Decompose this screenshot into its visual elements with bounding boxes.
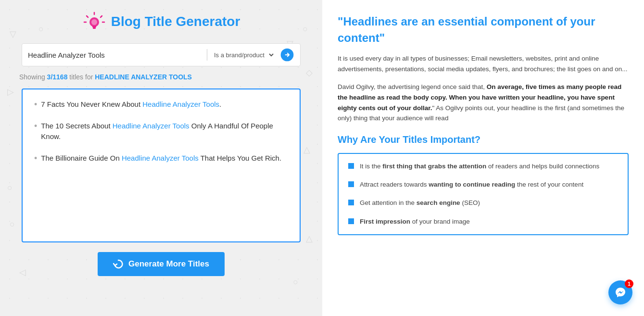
imp1-bold: first thing that grabs the attention [382, 163, 486, 170]
title-2-link[interactable]: Headline Analyzer Tools [113, 122, 189, 130]
results-keyword: HEADLINE ANALYZER TOOLS [95, 73, 192, 81]
main-quote-heading: "Headlines are an essential component of… [338, 13, 629, 46]
titles-for-label: titles for [69, 73, 93, 81]
imp3-bold: search engine [417, 199, 460, 206]
importance-text-3: Get attention in the search engine (SEO) [360, 198, 480, 208]
imp2-prefix: Attract readers towards [360, 181, 429, 188]
generate-more-button[interactable]: Generate More Titles [98, 252, 225, 276]
left-panel: ▽ ○ ▽ ○ ◇ ▷ ○ △ ◁ ○ △ ○ [0, 0, 322, 316]
logo-area: Blog Title Generator [82, 10, 240, 34]
chat-badge: 1 [625, 279, 633, 288]
svg-rect-2 [93, 27, 96, 29]
imp2-bold: wanting to continue reading [429, 181, 515, 188]
imp4-suffix: of your brand image [410, 218, 470, 225]
deco-diamond2: ◁ [19, 267, 26, 278]
deco-circle4: ○ [293, 277, 298, 287]
importance-item-4: First impression of your brand image [348, 217, 618, 227]
importance-bullet-3 [348, 200, 354, 205]
right-panel: "Headlines are an essential component of… [322, 0, 644, 316]
quote-prefix: David Ogilvy, the advertising legend onc… [338, 83, 487, 90]
imp4-bold: First impression [360, 218, 410, 225]
title-3-link[interactable]: Headline Analyzer Tools [122, 154, 199, 162]
search-input[interactable] [28, 51, 202, 59]
importance-item-2: Attract readers towards wanting to conti… [348, 180, 618, 190]
bullet-2: • [34, 122, 37, 130]
svg-point-8 [91, 19, 97, 25]
bullet-3: • [34, 154, 37, 163]
importance-item-1: It is the first thing that grabs the att… [348, 162, 618, 171]
deco-square: ▷ [7, 87, 14, 97]
generate-btn-label: Generate More Titles [128, 259, 209, 269]
title-item-1: • 7 Facts You Never Knew About Headline … [34, 99, 288, 110]
chat-bubble[interactable]: 1 [608, 280, 632, 304]
logo-title: Blog Title Generator [111, 14, 240, 29]
importance-item-3: Get attention in the search engine (SEO) [348, 198, 618, 208]
deco-circle: ○ [38, 24, 44, 34]
importance-bullet-2 [348, 181, 354, 187]
importance-text-2: Attract readers towards wanting to conti… [360, 180, 583, 190]
deco-triangle3: △ [306, 233, 313, 244]
importance-box: It is the first thing that grabs the att… [338, 153, 629, 235]
deco-triangle: ▽ [10, 29, 16, 39]
deco-triangle4: △ [303, 144, 310, 155]
title-text-2: The 10 Secrets About Headline Analyzer T… [41, 121, 288, 142]
showing-label: Showing [19, 73, 45, 81]
deco-circle2: ○ [303, 24, 308, 34]
title-1-prefix: 7 Facts You Never Knew About [41, 100, 142, 108]
svg-line-4 [101, 16, 102, 17]
title-1-link[interactable]: Headline Analyzer Tools [142, 100, 219, 108]
search-button[interactable] [280, 48, 294, 62]
deco-circle3: ○ [10, 219, 15, 229]
search-divider [207, 49, 207, 61]
title-3-suffix: That Helps You Get Rich. [199, 154, 281, 162]
deco-circle5: ○ [7, 183, 13, 193]
importance-text-1: It is the first thing that grabs the att… [360, 162, 599, 171]
imp1-suffix: of readers and helps build connections [486, 163, 599, 170]
results-count: 3/1168 [47, 73, 68, 81]
results-text: Showing 3/1168 titles for HEADLINE ANALY… [14, 73, 192, 81]
title-text-1: 7 Facts You Never Knew About Headline An… [41, 99, 288, 110]
imp3-suffix: (SEO) [460, 199, 480, 206]
importance-bullet-4 [348, 218, 354, 224]
svg-line-5 [87, 16, 88, 17]
category-select[interactable]: Is a brand/product Is a common noun Is a… [212, 51, 275, 59]
logo-icon [82, 10, 106, 34]
imp3-prefix: Get attention in the [360, 199, 417, 206]
intro-paragraph: It is used every day in all types of bus… [338, 53, 629, 74]
why-titles-heading: Why Are Your Titles Important? [338, 134, 629, 145]
imp2-suffix: the rest of your content [515, 181, 583, 188]
importance-bullet-1 [348, 163, 354, 169]
svg-rect-1 [92, 26, 96, 27]
refresh-icon [113, 259, 124, 269]
imp1-prefix: It is the [360, 163, 382, 170]
title-1-suffix: . [219, 100, 221, 108]
title-item-3: • The Billionaire Guide On Headline Anal… [34, 153, 288, 164]
titles-box: • 7 Facts You Never Knew About Headline … [22, 88, 301, 242]
quote-paragraph: David Ogilvy, the advertising legend onc… [338, 82, 629, 123]
title-3-prefix: The Billionaire Guide On [41, 154, 122, 162]
title-2-prefix: The 10 Secrets About [41, 122, 112, 130]
search-bar: Is a brand/product Is a common noun Is a… [22, 43, 301, 66]
importance-text-4: First impression of your brand image [360, 217, 470, 227]
title-text-3: The Billionaire Guide On Headline Analyz… [41, 153, 288, 164]
title-item-2: • The 10 Secrets About Headline Analyzer… [34, 121, 288, 142]
deco-diamond: ◇ [306, 67, 313, 78]
bullet-1: • [34, 100, 37, 109]
messenger-icon [615, 287, 626, 298]
